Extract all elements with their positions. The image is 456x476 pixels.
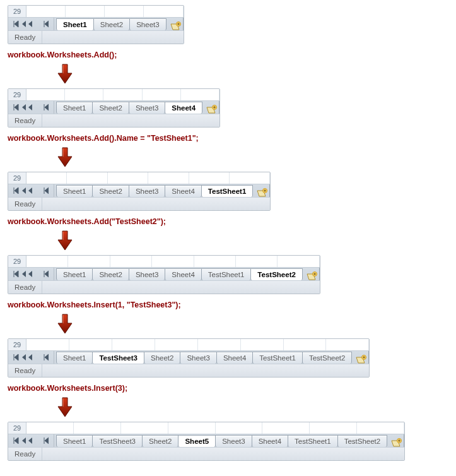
sheet-tab[interactable]: Sheet3 xyxy=(129,18,166,30)
sheet-nav-buttons[interactable] xyxy=(8,434,54,447)
status-text: Ready xyxy=(8,281,42,294)
cell[interactable] xyxy=(26,422,74,434)
cell[interactable] xyxy=(26,6,66,17)
sheet-tab[interactable]: Sheet2 xyxy=(142,435,178,447)
cell[interactable] xyxy=(236,256,278,267)
cell[interactable] xyxy=(26,256,68,267)
status-bar: Ready xyxy=(8,198,270,210)
sheet-nav-buttons[interactable] xyxy=(8,101,54,114)
sheet-tab[interactable]: TestSheet1 xyxy=(288,435,338,447)
sheet-nav-buttons[interactable] xyxy=(8,18,54,30)
cell[interactable] xyxy=(155,339,198,350)
cell[interactable] xyxy=(310,422,357,434)
sheet-tab[interactable]: Sheet1 xyxy=(56,435,93,447)
sheet-tab[interactable]: Sheet4 xyxy=(165,102,202,114)
cell[interactable] xyxy=(143,89,181,100)
sheet-tabs: Sheet1TestSheet3Sheet2Sheet5Sheet3Sheet4… xyxy=(54,434,404,447)
sheet-nav-buttons[interactable] xyxy=(8,268,54,280)
cell[interactable] xyxy=(26,89,65,100)
sheet-tab[interactable]: Sheet1 xyxy=(56,18,94,30)
sheet-tab[interactable]: TestSheet3 xyxy=(92,435,143,447)
arrow-down-icon xyxy=(57,396,451,418)
sheet-nav-buttons[interactable] xyxy=(8,184,54,197)
cell[interactable] xyxy=(144,6,183,17)
cell[interactable] xyxy=(216,422,263,434)
cell[interactable] xyxy=(105,6,144,17)
spreadsheet-panel: 29 Sheet1TestSheet3Sheet2Sheet5Sheet3She… xyxy=(8,422,405,461)
sheet-tab[interactable]: Sheet3 xyxy=(129,185,165,197)
cell[interactable] xyxy=(112,339,155,350)
cell[interactable] xyxy=(26,339,69,350)
sheet-tab[interactable]: Sheet2 xyxy=(93,18,130,30)
cell[interactable] xyxy=(198,339,241,350)
status-text: Ready xyxy=(8,198,42,210)
new-sheet-icon[interactable] xyxy=(205,105,219,114)
cell[interactable] xyxy=(168,422,216,434)
sheet-tab[interactable]: Sheet2 xyxy=(144,352,180,364)
spreadsheet-panel: 29 Sheet1TestSheet3Sheet2Sheet3Sheet4Tes… xyxy=(8,338,370,378)
spreadsheet-panel: 29 Sheet1Sheet2Sheet3 Ready xyxy=(8,5,184,44)
sheet-tab[interactable]: TestSheet1 xyxy=(201,185,254,197)
sheet-tab[interactable]: Sheet1 xyxy=(56,185,93,197)
new-sheet-icon[interactable] xyxy=(390,438,404,447)
cell[interactable] xyxy=(103,89,142,100)
cell[interactable] xyxy=(278,256,319,267)
sheet-tab[interactable]: TestSheet1 xyxy=(252,352,303,364)
cell[interactable] xyxy=(230,172,270,184)
cells xyxy=(26,339,369,350)
cell[interactable] xyxy=(326,339,369,350)
cell[interactable] xyxy=(189,172,230,184)
row-number: 29 xyxy=(8,6,26,17)
sheet-tab[interactable]: Sheet3 xyxy=(180,352,216,364)
cell[interactable] xyxy=(194,256,236,267)
sheet-tab[interactable]: TestSheet2 xyxy=(302,352,353,364)
grid-row: 29 xyxy=(8,172,270,184)
cell[interactable] xyxy=(181,89,219,100)
sheet-tab[interactable]: Sheet3 xyxy=(129,268,165,280)
sheet-tab[interactable]: Sheet4 xyxy=(252,435,288,447)
sheet-tab[interactable]: Sheet3 xyxy=(215,435,252,447)
cell[interactable] xyxy=(110,256,152,267)
tab-bar: Sheet1TestSheet3Sheet2Sheet3Sheet4TestSh… xyxy=(8,351,369,364)
cell[interactable] xyxy=(68,256,110,267)
new-sheet-icon[interactable] xyxy=(255,188,269,197)
sheet-tab[interactable]: Sheet2 xyxy=(92,102,129,114)
cell[interactable] xyxy=(241,339,284,350)
cell[interactable] xyxy=(357,422,404,434)
status-fill xyxy=(42,114,219,127)
new-sheet-icon[interactable] xyxy=(169,21,183,30)
cell[interactable] xyxy=(67,172,107,184)
sheet-tab[interactable]: Sheet2 xyxy=(92,185,129,197)
sheet-tab[interactable]: Sheet4 xyxy=(165,185,201,197)
sheet-tab[interactable]: TestSheet1 xyxy=(201,268,252,280)
cell[interactable] xyxy=(152,256,194,267)
sheet-tab[interactable]: Sheet1 xyxy=(56,352,93,364)
sheet-tab[interactable]: TestSheet2 xyxy=(250,268,303,280)
status-bar: Ready xyxy=(8,364,369,377)
sheet-tab[interactable]: Sheet1 xyxy=(56,268,93,280)
cell[interactable] xyxy=(262,422,310,434)
sheet-tab[interactable]: Sheet3 xyxy=(129,102,165,114)
new-sheet-icon[interactable] xyxy=(354,355,368,364)
cell[interactable] xyxy=(26,172,67,184)
cell[interactable] xyxy=(121,422,168,434)
tab-bar: Sheet1Sheet2Sheet3Sheet4TestSheet1TestSh… xyxy=(8,268,320,281)
sheet-tab[interactable]: TestSheet2 xyxy=(337,435,388,447)
grid-row: 29 xyxy=(8,339,369,351)
sheet-tab[interactable]: Sheet2 xyxy=(92,268,129,280)
cell[interactable] xyxy=(108,172,148,184)
sheet-nav-buttons[interactable] xyxy=(8,351,54,364)
cell[interactable] xyxy=(65,89,103,100)
cell[interactable] xyxy=(148,172,189,184)
sheet-tab[interactable]: Sheet4 xyxy=(216,352,253,364)
sheet-tab[interactable]: TestSheet3 xyxy=(92,352,144,364)
cell[interactable] xyxy=(74,422,121,434)
sheet-tab[interactable]: Sheet5 xyxy=(178,435,216,447)
cell[interactable] xyxy=(284,339,327,350)
new-sheet-icon[interactable] xyxy=(305,271,319,280)
sheet-tab[interactable]: Sheet1 xyxy=(56,102,93,114)
cell[interactable] xyxy=(66,6,105,17)
cell[interactable] xyxy=(69,339,112,350)
spreadsheet-panel: 29 Sheet1Sheet2Sheet3Sheet4 Ready xyxy=(8,88,220,128)
sheet-tab[interactable]: Sheet4 xyxy=(165,268,201,280)
